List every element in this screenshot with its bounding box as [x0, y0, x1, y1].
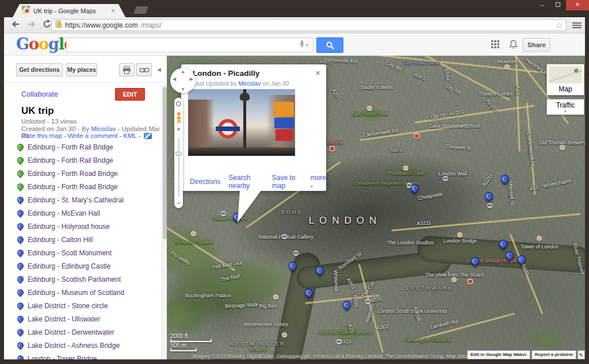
microphone-icon[interactable]	[299, 40, 305, 51]
url-path: /maps/	[141, 21, 162, 29]
place-list-item[interactable]: Lake District - Ashness Bridge	[4, 339, 162, 352]
google-logo-letter: g	[48, 35, 59, 53]
forward-button[interactable]	[25, 19, 39, 32]
map-attribution: Imagery ©2013 Bluesky, DigitalGlobe, Get…	[193, 354, 503, 359]
search-box[interactable]: ▾	[66, 37, 313, 52]
map-zoom-control[interactable]: + −	[174, 98, 183, 208]
place-label: Edinburg - Edinburg Castle	[28, 262, 110, 270]
map-label: fabric	[391, 147, 403, 153]
pan-left-icon[interactable]: ◀	[173, 76, 176, 82]
search-options-caret-icon[interactable]: ▾	[306, 43, 308, 48]
traffic-caret-icon: ▾	[547, 109, 584, 114]
place-list-item[interactable]: Edinburg - Forth Road Bridge	[4, 180, 162, 193]
place-list-item[interactable]: Edinburg - Forth Rail Bridge	[4, 140, 162, 154]
place-pin-icon	[16, 196, 25, 205]
place-list-item[interactable]: London - Tower Bridge	[4, 352, 162, 359]
pan-down-icon[interactable]: ▼	[181, 87, 185, 92]
map-label: SOUTHWARK	[404, 285, 453, 291]
browser-tab[interactable]: UK trip - Google Maps ×	[13, 4, 125, 17]
my-places-button[interactable]: My places	[66, 63, 97, 76]
url-bar[interactable]: https://www.google.com/maps/ ☆	[51, 19, 567, 31]
popup-author-link[interactable]: Miroslav	[238, 80, 261, 87]
map-label: A3211	[416, 220, 431, 227]
map-label: Postman's Park	[388, 170, 424, 176]
pan-right-icon[interactable]: ▶	[190, 76, 193, 82]
zoom-slider-handle[interactable]	[175, 152, 182, 155]
author-link[interactable]: Miroslav	[91, 125, 116, 132]
window-maximize-button[interactable]	[550, 0, 566, 10]
place-list: Edinburg - Forth Rail BridgeEdinburg - F…	[4, 140, 162, 359]
map-label: Museum	[498, 59, 518, 64]
search-button[interactable]	[316, 37, 343, 53]
place-pin-icon	[16, 354, 25, 359]
report-arrow-icon[interactable]: ↖	[577, 350, 585, 359]
sidebar-scrollbar[interactable]	[162, 85, 167, 359]
place-photo[interactable]	[188, 89, 295, 156]
bookmark-star-icon[interactable]: ☆	[555, 21, 563, 30]
edit-button[interactable]: EDIT	[115, 88, 145, 101]
map-label: Cass Business School	[429, 123, 480, 129]
zoom-out-button[interactable]: −	[174, 199, 183, 207]
traffic-button[interactable]: Traffic ▾	[546, 99, 584, 115]
map-type-button[interactable]: Map	[546, 64, 584, 95]
window-minimize-button[interactable]: –	[534, 0, 550, 10]
map-label: Chiswell St	[445, 143, 471, 151]
map-label: Newington Gardens	[406, 337, 452, 343]
zoom-slider-track[interactable]	[178, 138, 179, 197]
browser-menu-icon[interactable]	[571, 20, 583, 30]
sidebar-scrollbar-thumb[interactable]	[163, 87, 167, 239]
share-link-button[interactable]	[136, 63, 152, 76]
place-info-popup: London - Picadilly Last Updated by Miros…	[181, 64, 326, 191]
place-list-item[interactable]: Edinburg - Edinburg Castle	[4, 259, 162, 273]
edit-map-maker-button[interactable]: Edit in Google Map Maker	[467, 350, 530, 359]
apps-grid-icon[interactable]	[491, 40, 500, 51]
collaborate-link[interactable]: Collaborate	[21, 90, 58, 98]
place-list-item[interactable]: Edinburg - Forth Rail Bridge	[4, 154, 162, 167]
map-label: Whitehall	[332, 270, 339, 291]
print-button[interactable]	[119, 63, 135, 76]
pegman-icon[interactable]	[175, 112, 182, 127]
popup-directions-link[interactable]: Directions	[190, 178, 220, 186]
google-earth-icon[interactable]	[144, 133, 152, 139]
place-list-item[interactable]: Edinburg - Forth Road Bridge	[4, 167, 162, 180]
place-list-item[interactable]: Edinburg - Holyrood house	[4, 220, 162, 233]
reset-view-icon[interactable]	[176, 101, 181, 106]
transit-poi-icon	[487, 203, 492, 208]
place-list-item[interactable]: Lake District - Ullswater	[4, 312, 162, 325]
window-close-button[interactable]: ×	[566, 0, 589, 10]
popup-save-to-map-link[interactable]: Save to map	[272, 174, 303, 190]
new-tab-button[interactable]	[133, 6, 148, 14]
zoom-in-button[interactable]: +	[174, 125, 183, 133]
place-pin-icon	[16, 169, 25, 178]
search-input[interactable]	[67, 39, 299, 51]
place-list-item[interactable]: Lake District - Stone circle	[4, 299, 162, 312]
notifications-bell-icon[interactable]	[509, 40, 518, 52]
popup-search-nearby-link[interactable]: Search nearby	[228, 174, 263, 190]
back-button[interactable]	[9, 19, 22, 32]
report-problem-button[interactable]: Report a problem	[531, 350, 576, 359]
place-label: Edinburg - Scott Monument	[28, 249, 112, 257]
map-canvas[interactable]: Pentonville RdA501City RdCity Road Basin…	[167, 56, 585, 359]
get-directions-button[interactable]: Get directions	[16, 63, 63, 76]
place-label: Lake District - Stone circle	[28, 302, 108, 310]
place-list-item[interactable]: Lake District - Derwentwater	[4, 325, 162, 339]
write-comment-link[interactable]: Write a comment	[68, 132, 118, 139]
map-pin[interactable]	[341, 299, 353, 311]
pan-up-icon[interactable]: ▲	[181, 69, 185, 74]
rate-map-link[interactable]: Rate this map	[21, 132, 62, 139]
collapse-sidebar-icon[interactable]: ◀	[157, 67, 161, 72]
tab-close-icon[interactable]: ×	[110, 7, 116, 15]
kml-link[interactable]: KML	[123, 132, 137, 139]
place-list-item[interactable]: Edinburg - McEvan Hall	[4, 206, 162, 220]
popup-more-link[interactable]: more ▾	[311, 174, 326, 190]
place-list-item[interactable]: Edinburg - Scott Monument	[4, 246, 162, 259]
map-pan-control[interactable]: ▲ ▼ ◀ ▶	[170, 68, 196, 93]
place-list-item[interactable]: Edinburg - Museum of Scotland	[4, 286, 162, 299]
share-button[interactable]: Share	[523, 38, 550, 52]
place-list-item[interactable]: Edinburg - Calton Hill	[4, 233, 162, 246]
place-list-item[interactable]: Edinburg - Scottish Parliament	[4, 273, 162, 286]
popup-close-icon[interactable]: ×	[315, 68, 320, 78]
map-pin[interactable]	[483, 190, 495, 202]
place-pin-icon	[16, 328, 25, 337]
place-list-item[interactable]: Edinburg - St. Mary's Cathedral	[4, 193, 162, 206]
